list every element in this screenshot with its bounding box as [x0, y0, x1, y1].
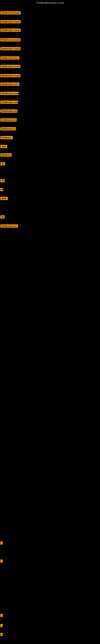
badge-label-21: Bottl	[0, 197, 8, 200]
badge-label-28: e	[0, 633, 3, 636]
badge-label-10: Bottleneck resu	[0, 92, 18, 95]
badge-label-24: |	[0, 541, 3, 544]
badge-item-21: Bottl	[0, 197, 8, 201]
badge-item-3: Bottleneck result	[0, 28, 21, 32]
badge-item-11: Bottleneck resu	[0, 100, 18, 105]
badge-label-5: Bottleneck result	[0, 47, 20, 50]
badge-item-12: Bottleneck res	[0, 110, 17, 114]
badge-item-16: Bott	[0, 145, 7, 149]
badge-label-27: e	[0, 624, 3, 627]
badge-item-20: B	[0, 188, 3, 192]
badge-label-15: Bottlenec	[0, 136, 13, 139]
badge-item-28: e	[0, 633, 3, 637]
badge-label-13: Bottleneck res	[0, 118, 17, 122]
badge-item-19: Bo	[0, 179, 5, 183]
badge-label-4: Bottleneck result	[0, 38, 20, 42]
badge-label-9: Bottleneck resu	[0, 82, 19, 86]
badge-label-26: |	[0, 614, 3, 617]
badge-item-14: Bottleneck re	[0, 127, 16, 131]
badge-item-7: Bottleneck result	[0, 65, 20, 69]
badge-label-25: |	[0, 560, 3, 563]
badge-item-2: Bottleneck result	[0, 20, 21, 24]
badge-label-2: Bottleneck result	[0, 20, 21, 23]
badge-label-8: Bottleneck result	[0, 74, 20, 77]
badge-item-10: Bottleneck resu	[0, 92, 18, 96]
badge-label-6: Bottleneck resu	[0, 56, 19, 60]
site-title: TheBottlenecker.com	[0, 0, 100, 5]
badge-label-12: Bottleneck res	[0, 110, 17, 113]
badge-item-6: Bottleneck resu	[0, 56, 19, 60]
badge-label-16: Bott	[0, 145, 7, 148]
badge-item-13: Bottleneck res	[0, 118, 17, 122]
badge-label-22: Bo	[0, 215, 5, 218]
badge-item-4: Bottleneck result	[0, 38, 20, 42]
badge-label-20: B	[0, 188, 3, 191]
badge-label-3: Bottleneck result	[0, 28, 21, 32]
badge-item-23: Bottleneck res	[0, 224, 18, 228]
badge-label-19: Bo	[0, 179, 5, 182]
badge-label-7: Bottleneck result	[0, 65, 20, 68]
badge-item-27: e	[0, 624, 3, 628]
badge-item-24: |	[0, 541, 3, 546]
badge-label-1: Bottleneck result	[0, 11, 21, 14]
badge-label-11: Bottleneck resu	[0, 100, 18, 104]
badge-label-14: Bottleneck re	[0, 127, 16, 130]
badge-label-23: Bottleneck res	[0, 224, 18, 228]
badge-label-18: Bo	[0, 162, 5, 166]
badge-item-15: Bottlenec	[0, 136, 13, 140]
badge-item-22: Bo	[0, 215, 5, 219]
badge-item-9: Bottleneck resu	[0, 82, 19, 86]
badge-item-17: Bottlene	[0, 153, 12, 158]
badge-label-17: Bottlene	[0, 153, 12, 156]
badge-item-25: |	[0, 560, 3, 564]
badge-item-26: |	[0, 614, 3, 618]
badge-item-5: Bottleneck result	[0, 47, 20, 51]
badge-item-1: Bottleneck result	[0, 11, 21, 15]
badge-item-18: Bo	[0, 162, 5, 166]
badge-item-8: Bottleneck result	[0, 74, 20, 78]
